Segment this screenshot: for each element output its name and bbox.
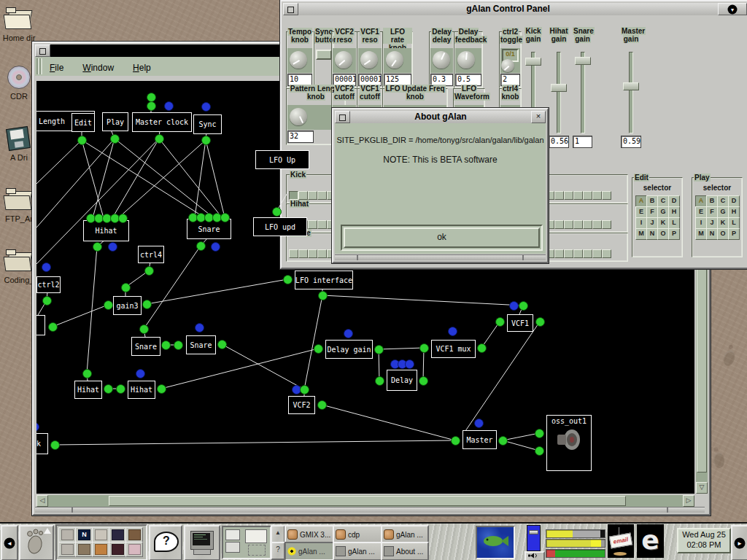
- green-port-dot[interactable]: [220, 213, 230, 222]
- green-port-dot[interactable]: [196, 241, 206, 251]
- graph-node-hihat[interactable]: Hihat: [74, 381, 102, 399]
- task-button-about-[interactable]: About ...: [381, 542, 429, 560]
- selector-play-P[interactable]: P: [728, 228, 740, 240]
- graph-node-ctrl2[interactable]: ctrl2: [36, 276, 61, 293]
- green-port-dot[interactable]: [82, 369, 92, 378]
- launcher-screenshot-button[interactable]: [109, 527, 126, 542]
- scroll-left-button[interactable]: ◁: [36, 495, 48, 507]
- menu-window[interactable]: Window: [82, 63, 114, 73]
- horizontal-scrollbar-thumb[interactable]: [109, 496, 626, 506]
- selector-play-N[interactable]: N: [706, 228, 718, 240]
- green-port-dot[interactable]: [217, 340, 227, 349]
- mailcheck-applet[interactable]: email: [608, 524, 634, 558]
- green-port-dot[interactable]: [155, 134, 164, 144]
- green-port-dot[interactable]: [201, 136, 211, 145]
- graph-node-sync[interactable]: Sync: [193, 114, 222, 134]
- green-port-dot[interactable]: [157, 384, 166, 394]
- slider-thumb[interactable]: [525, 58, 541, 66]
- green-port-dot[interactable]: [77, 136, 87, 145]
- graph-node-snare[interactable]: Snare: [131, 337, 160, 356]
- graph-node-delay[interactable]: Delay: [387, 370, 417, 391]
- green-port-dot[interactable]: [375, 376, 384, 386]
- blue-port-dot[interactable]: [195, 323, 204, 332]
- selector-play-A[interactable]: A: [695, 195, 707, 207]
- green-port-dot[interactable]: [283, 275, 293, 284]
- knob-control[interactable]: [433, 51, 450, 69]
- enlightenment-logo-button[interactable]: e: [637, 524, 664, 558]
- blue-port-dot[interactable]: [136, 369, 145, 378]
- selector-play-H[interactable]: H: [728, 206, 740, 218]
- desk-guide-pager[interactable]: [222, 526, 271, 559]
- launcher-netscape-button[interactable]: N: [75, 527, 93, 542]
- launcher-wilber-button[interactable]: [92, 542, 109, 557]
- iconify-button[interactable]: [283, 3, 298, 15]
- green-port-dot[interactable]: [121, 283, 131, 292]
- blue-port-dot[interactable]: [474, 419, 484, 428]
- blue-port-dot[interactable]: [211, 242, 220, 252]
- terminal-launcher-button[interactable]: [184, 525, 220, 560]
- green-port-dot[interactable]: [519, 301, 528, 311]
- launcher-gnome-doc-button[interactable]: [92, 527, 109, 542]
- horizontal-scrollbar[interactable]: ◁ ▷: [36, 495, 694, 507]
- green-port-dot[interactable]: [535, 317, 545, 327]
- selector-play-C[interactable]: C: [717, 195, 729, 207]
- selector-play-D[interactable]: D: [728, 195, 740, 207]
- knob-control[interactable]: [360, 51, 378, 69]
- task-button-galan-[interactable]: gAlan ...: [333, 542, 383, 560]
- iconify-button[interactable]: [335, 111, 350, 123]
- launcher-rock-button[interactable]: [75, 542, 93, 557]
- graph-node-vcf1-mux[interactable]: VCF1 mux: [431, 340, 476, 358]
- green-port-dot[interactable]: [314, 344, 323, 354]
- desktop-icon-home-dir[interactable]: Home dir: [0, 6, 38, 42]
- launcher-drawer-button[interactable]: [58, 527, 76, 542]
- graph-node-1[interactable]: 1: [36, 315, 45, 335]
- gnome-main-menu-button[interactable]: [19, 525, 54, 560]
- close-button[interactable]: ×: [531, 111, 546, 123]
- graph-node-gain3[interactable]: gain3: [113, 296, 142, 315]
- green-port-dot[interactable]: [147, 101, 156, 111]
- volume-slider[interactable]: [527, 525, 541, 551]
- graph-node-vcf1[interactable]: VCF1: [507, 314, 533, 332]
- graph-node-kick[interactable]: Kick: [36, 433, 48, 454]
- about-dialog-titlebar[interactable]: About gAlan ×: [335, 111, 546, 123]
- panel-hide-right-button[interactable]: ►: [731, 525, 747, 560]
- green-port-dot[interactable]: [317, 400, 327, 410]
- green-port-dot[interactable]: [104, 384, 113, 394]
- green-port-dot[interactable]: [495, 317, 505, 327]
- green-port-dot[interactable]: [161, 341, 171, 350]
- graph-node-lfo-interface[interactable]: LFO interface: [295, 271, 353, 289]
- green-port-dot[interactable]: [116, 384, 125, 394]
- green-port-dot[interactable]: [374, 345, 384, 354]
- green-port-dot[interactable]: [535, 429, 544, 438]
- blue-port-dot[interactable]: [448, 327, 457, 336]
- blue-port-dot[interactable]: [509, 301, 519, 311]
- graph-node-hihat[interactable]: Hihat: [83, 220, 129, 241]
- graph-node-edit[interactable]: Edit: [71, 113, 95, 132]
- selector-play-K[interactable]: K: [717, 217, 729, 229]
- menu-file[interactable]: File: [50, 63, 63, 73]
- graph-node-lfo-upd[interactable]: LFO upd: [253, 217, 307, 236]
- blue-port-dot[interactable]: [405, 359, 414, 369]
- green-port-dot[interactable]: [139, 324, 149, 334]
- volume-slider-thumb[interactable]: [529, 530, 538, 534]
- green-port-dot[interactable]: [110, 134, 120, 144]
- task-button-galan-[interactable]: gAlan ...: [285, 542, 334, 560]
- blue-port-dot[interactable]: [344, 329, 353, 338]
- knob-control[interactable]: [335, 51, 352, 69]
- window-shade-button[interactable]: ▾: [718, 3, 747, 15]
- graph-node-vcf2[interactable]: VCF2: [288, 396, 315, 414]
- green-port-dot[interactable]: [451, 436, 460, 446]
- launcher-pink-app-button[interactable]: [125, 542, 143, 557]
- knob-control[interactable]: [501, 59, 514, 72]
- fish-applet[interactable]: [476, 526, 515, 559]
- green-port-dot[interactable]: [498, 436, 508, 446]
- menubar-grip[interactable]: [36, 58, 42, 74]
- green-port-dot[interactable]: [300, 385, 309, 394]
- gnome-help-button[interactable]: ?: [149, 525, 182, 560]
- graph-node-master[interactable]: Master: [462, 430, 497, 449]
- selector-play-I[interactable]: I: [695, 217, 707, 229]
- menu-help[interactable]: Help: [133, 63, 151, 73]
- green-port-dot[interactable]: [48, 322, 58, 332]
- green-port-dot[interactable]: [144, 266, 154, 276]
- green-port-dot[interactable]: [142, 300, 152, 309]
